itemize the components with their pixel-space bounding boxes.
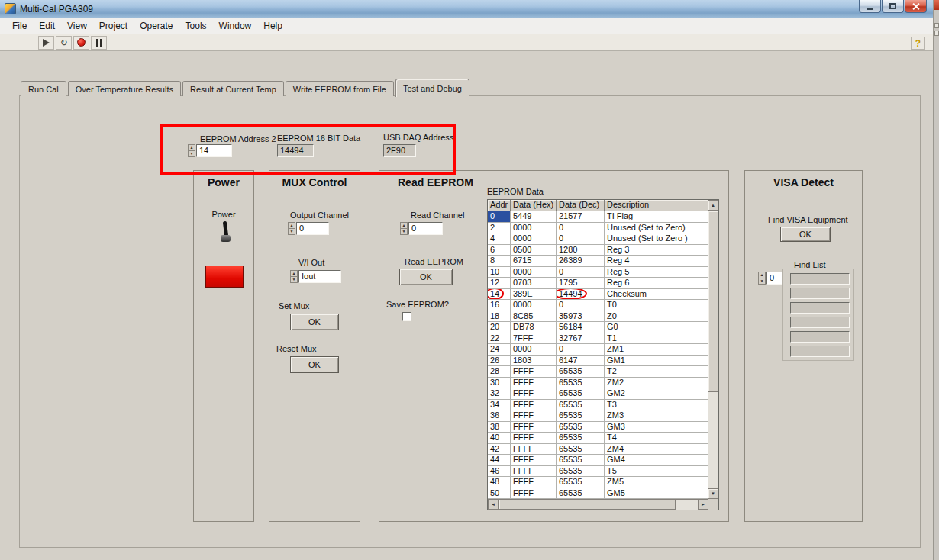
table-cell[interactable]: GM3 [605, 422, 708, 433]
table-cell[interactable]: G0 [605, 322, 708, 333]
table-cell[interactable]: 14 [488, 289, 511, 301]
table-row[interactable]: 42FFFF65535ZM4 [488, 444, 708, 455]
table-row[interactable]: 34FFFF65535T3 [488, 400, 708, 411]
minimize-button[interactable] [859, 0, 881, 13]
vi-out-ring-control[interactable]: ▲▼ Iout [290, 270, 341, 283]
table-cell[interactable]: FFFF [511, 378, 557, 389]
table-cell[interactable]: T3 [605, 400, 708, 411]
table-cell[interactable]: Reg 5 [605, 267, 708, 278]
table-cell[interactable]: FFFF [511, 422, 557, 433]
table-cell[interactable]: 50 [488, 488, 511, 500]
table-cell[interactable]: 65535 [557, 410, 605, 422]
table-cell[interactable]: T5 [605, 466, 708, 478]
table-row[interactable]: 30FFFF65535ZM2 [488, 378, 708, 389]
table-cell[interactable]: 0 [557, 300, 605, 311]
reset-mux-button[interactable]: OK [290, 356, 339, 373]
table-cell[interactable]: 65535 [557, 378, 605, 389]
increment-decrement-icon[interactable]: ▲▼ [288, 222, 295, 235]
table-row[interactable]: 38FFFF65535GM3 [488, 422, 708, 433]
table-cell[interactable]: T1 [605, 333, 708, 345]
table-cell[interactable]: GM2 [605, 388, 708, 400]
menu-view[interactable]: View [61, 19, 93, 33]
table-cell[interactable]: FFFF [511, 400, 557, 411]
tab-result-at-current-temp[interactable]: Result at Current Temp [182, 81, 284, 96]
column-header-addr[interactable]: Addr [488, 200, 511, 211]
table-cell[interactable]: FFFF [511, 388, 557, 400]
menu-operate[interactable]: Operate [134, 19, 179, 33]
table-cell[interactable]: 6147 [557, 356, 605, 367]
table-cell[interactable]: 6715 [511, 256, 557, 267]
table-cell[interactable]: 16 [488, 300, 511, 311]
find-list-index-control[interactable]: ▲▼ 0 [758, 272, 782, 285]
table-row[interactable]: 50FFFF65535GM5 [488, 488, 708, 500]
table-cell[interactable]: 2 [488, 223, 511, 234]
context-help-button[interactable]: ? [911, 37, 925, 50]
menu-tools[interactable]: Tools [179, 19, 213, 33]
table-cell[interactable]: 65535 [557, 388, 605, 400]
table-cell[interactable]: 1795 [557, 278, 605, 289]
table-cell[interactable]: 34 [488, 400, 511, 411]
table-cell[interactable]: 65535 [557, 422, 605, 433]
table-cell[interactable]: 7FFF [511, 333, 557, 345]
table-cell[interactable]: 6 [488, 245, 511, 256]
table-cell[interactable]: 30 [488, 378, 511, 389]
table-row[interactable]: 28FFFF65535T2 [488, 366, 708, 378]
read-channel-control[interactable]: ▲▼ 0 [400, 222, 443, 235]
increment-decrement-icon[interactable]: ▲▼ [758, 272, 766, 285]
increment-decrement-icon[interactable]: ▲▼ [290, 270, 298, 283]
vertical-scrollbar[interactable]: ▲ ▼ [708, 200, 718, 499]
eeprom-address2-control[interactable]: ▲▼ 14 [188, 144, 232, 157]
menu-edit[interactable]: Edit [33, 19, 61, 33]
maximize-button[interactable] [882, 0, 904, 13]
table-cell[interactable]: GM1 [605, 356, 708, 367]
table-cell[interactable]: Checksum [605, 289, 708, 301]
table-row[interactable]: 605001280Reg 3 [488, 245, 708, 256]
table-row[interactable]: 227FFF32767T1 [488, 333, 708, 345]
table-cell[interactable]: 28 [488, 366, 511, 378]
table-row[interactable]: 188C8535973Z0 [488, 311, 708, 323]
table-row[interactable]: 2618036147GM1 [488, 356, 708, 367]
table-row[interactable]: 14389E14494Checksum [488, 289, 708, 301]
column-header-data-dec[interactable]: Data (Dec) [557, 200, 605, 211]
vertical-scroll-thumb[interactable] [708, 211, 718, 392]
table-cell[interactable]: 0000 [511, 344, 557, 356]
menu-window[interactable]: Window [213, 19, 258, 33]
table-cell[interactable]: 10 [488, 267, 511, 278]
table-cell[interactable]: Z0 [605, 311, 708, 323]
table-cell[interactable]: 65535 [557, 444, 605, 455]
table-cell[interactable]: 48 [488, 477, 511, 488]
save-eeprom-checkbox[interactable] [402, 312, 411, 321]
table-cell[interactable]: 0500 [511, 245, 557, 256]
table-cell[interactable]: 0000 [511, 233, 557, 245]
pause-button[interactable] [91, 36, 107, 50]
table-row[interactable]: 1000000Reg 5 [488, 267, 708, 278]
table-cell[interactable]: 5449 [511, 211, 557, 223]
table-cell[interactable]: 32767 [557, 333, 605, 345]
table-cell[interactable]: 0703 [511, 278, 557, 289]
table-cell[interactable]: 40 [488, 433, 511, 444]
table-cell[interactable]: 1803 [511, 356, 557, 367]
table-cell[interactable]: DB78 [511, 322, 557, 333]
table-row[interactable]: 46FFFF65535T5 [488, 466, 708, 478]
table-cell[interactable]: 4 [488, 233, 511, 245]
table-cell[interactable]: Unused (Set to Zero) [605, 223, 708, 234]
run-continuous-button[interactable]: ↻ [56, 36, 72, 50]
table-cell[interactable]: 65535 [557, 466, 605, 478]
table-cell[interactable]: 0 [557, 267, 605, 278]
table-cell[interactable]: Reg 6 [605, 278, 708, 289]
table-row[interactable]: 48FFFF65535ZM5 [488, 477, 708, 488]
read-eeprom-button[interactable]: OK [399, 269, 453, 285]
table-row[interactable]: 0544921577TI Flag [488, 211, 708, 223]
table-cell[interactable]: 65535 [557, 477, 605, 488]
table-cell[interactable]: 0 [557, 223, 605, 234]
table-row[interactable]: 40FFFF65535T4 [488, 433, 708, 444]
table-cell[interactable]: 18 [488, 311, 511, 323]
scroll-up-icon[interactable]: ▲ [708, 200, 718, 211]
table-cell[interactable]: TI Flag [605, 211, 708, 223]
table-row[interactable]: 20DB7856184G0 [488, 322, 708, 333]
menu-project[interactable]: Project [93, 19, 134, 33]
table-cell[interactable]: 26389 [557, 256, 605, 267]
table-row[interactable]: 8671526389Reg 4 [488, 256, 708, 267]
tab-over-temperature-results[interactable]: Over Temperature Results [68, 81, 181, 96]
table-cell[interactable]: 0000 [511, 300, 557, 311]
